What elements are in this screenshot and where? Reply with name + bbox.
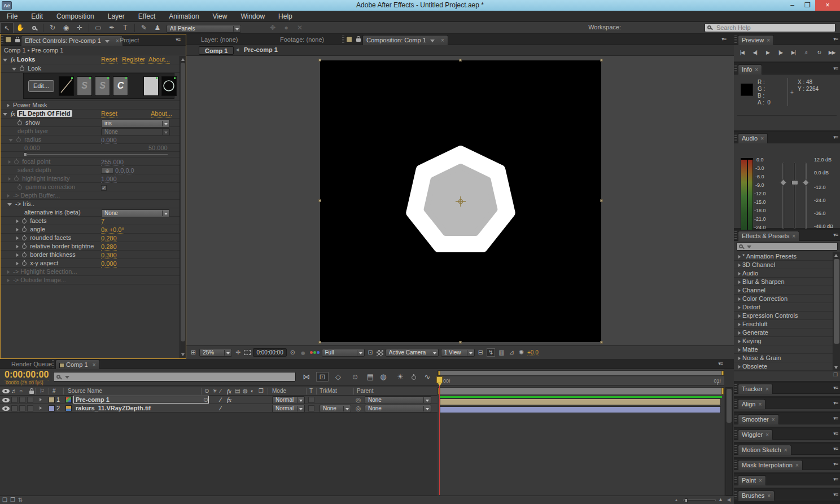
look-thumb-aberration[interactable] <box>161 76 177 96</box>
effects-category[interactable]: 3D Channel <box>734 261 833 269</box>
close-tab-icon[interactable]: × <box>758 401 762 407</box>
panel-menu-icon[interactable]: ▾≡ <box>833 446 838 452</box>
expander-icon[interactable] <box>7 104 10 107</box>
effect-looks-header[interactable]: fx Looks Reset Register About... <box>1 55 186 64</box>
tab-preview[interactable]: Preview× <box>738 35 774 45</box>
zoom-tool[interactable] <box>27 23 41 33</box>
expander-icon[interactable] <box>738 314 741 318</box>
search-help-box[interactable] <box>705 23 835 32</box>
effect-name[interactable]: Looks <box>17 56 35 63</box>
hide-shy-layers-icon[interactable]: ☺ <box>349 372 361 381</box>
world-axis-mode-button[interactable]: ● <box>279 23 293 33</box>
panel-menu-icon[interactable]: ▾≡ <box>833 232 838 238</box>
tab-wiggler[interactable]: Wiggler× <box>738 430 773 440</box>
slider-thumb[interactable] <box>23 152 27 157</box>
looks-reset-link[interactable]: Reset <box>101 55 117 64</box>
parent-dropdown[interactable]: None <box>365 396 431 404</box>
panel-menu-icon[interactable]: ▾≡ <box>833 461 838 467</box>
clone-stamp-tool[interactable]: ♟ <box>151 23 164 33</box>
pen-tool[interactable]: ✒ <box>105 23 119 33</box>
look-thumb-contrast[interactable]: C <box>113 76 128 96</box>
safe-margins-icon[interactable]: ✛ <box>234 349 242 356</box>
layer-row-1[interactable]: 1 Pre-comp 1 ⊙ ∕ fx Normal ◎ None <box>0 396 438 404</box>
menu-composition[interactable]: Composition <box>50 12 101 20</box>
exposure-value[interactable]: +0.0 <box>527 349 539 356</box>
quality-switch[interactable]: ∕ <box>220 404 221 412</box>
last-frame-button[interactable]: ▶| <box>788 47 799 58</box>
expander-icon[interactable] <box>16 262 19 265</box>
expander-icon[interactable] <box>738 306 741 309</box>
play-button[interactable]: ▶ <box>762 47 774 58</box>
focal-point-value[interactable]: 255.000 <box>101 159 124 166</box>
radius-value[interactable]: 0.000 <box>101 137 117 144</box>
magnification-dropdown[interactable]: 25% <box>199 349 232 357</box>
slider-track[interactable] <box>24 154 168 155</box>
timeline-search-box[interactable] <box>53 372 296 382</box>
local-axis-mode-button[interactable]: ✥ <box>266 23 279 33</box>
panel-menu-icon[interactable]: ▾≡ <box>833 400 838 406</box>
next-frame-button[interactable]: |▶ <box>775 47 786 58</box>
current-time-display[interactable]: 0:00:00:00 <box>5 370 49 380</box>
navigator-end-handle[interactable] <box>721 371 724 375</box>
region-of-interest-icon[interactable] <box>244 350 251 355</box>
scrollbar-thumb[interactable] <box>727 389 732 423</box>
stopwatch-icon[interactable] <box>20 67 24 71</box>
stopwatch-icon[interactable] <box>18 121 22 125</box>
expander-icon[interactable] <box>738 264 741 267</box>
panel-menu-icon[interactable]: ▾≡ <box>176 37 180 42</box>
panel-menu-icon[interactable]: ▾≡ <box>833 476 838 482</box>
expander-icon[interactable] <box>7 279 10 282</box>
panel-grip[interactable] <box>1 36 3 44</box>
tab-composition[interactable]: Composition: Comp 1 × <box>362 35 448 45</box>
quality-switch[interactable]: ∕ <box>220 396 221 404</box>
layer-name[interactable]: rakurs_11.VRayZDepth.tif <box>76 404 151 412</box>
tab-align[interactable]: Align× <box>738 399 765 409</box>
master-level-slider[interactable] <box>794 163 795 229</box>
draft-3d-icon[interactable]: ◇ <box>332 372 344 381</box>
effects-category[interactable]: Channel <box>734 286 833 295</box>
search-help-input[interactable] <box>716 24 829 32</box>
collapse-icon[interactable] <box>8 139 13 142</box>
effect-controls-scrollbar[interactable] <box>180 56 186 358</box>
expander-icon[interactable] <box>738 331 741 335</box>
viewer-canvas[interactable] <box>186 56 734 345</box>
menu-window[interactable]: Window <box>234 12 272 20</box>
close-tab-icon[interactable]: × <box>772 417 775 423</box>
first-frame-button[interactable]: |◀ <box>736 47 748 58</box>
expand-layer-switches-icon[interactable]: ❐ <box>10 497 15 503</box>
effects-category[interactable]: * Animation Presets <box>734 252 833 261</box>
source-name-column-label[interactable]: Source Name <box>68 387 102 395</box>
expander-icon[interactable] <box>8 177 11 181</box>
layer-label-chip[interactable] <box>49 405 55 411</box>
panel-grip[interactable] <box>52 360 54 368</box>
tab-dropdown-icon[interactable] <box>105 40 110 43</box>
close-tab-icon[interactable]: × <box>784 447 788 453</box>
viewer-timecode[interactable]: 0:00:00:00 <box>253 348 286 357</box>
select-depth-value[interactable]: 0.0,0.0 <box>115 167 134 174</box>
alt-iris-dropdown[interactable]: None <box>101 209 170 217</box>
panel-grip[interactable] <box>734 36 737 43</box>
scroll-up-icon[interactable] <box>181 58 185 61</box>
panel-grip[interactable] <box>734 445 737 453</box>
work-area-end-handle[interactable] <box>721 388 724 395</box>
layer-label-chip[interactable] <box>49 397 55 403</box>
stopwatch-icon[interactable] <box>22 244 27 249</box>
layer-1-duration-bar[interactable] <box>440 398 721 405</box>
close-button[interactable]: × <box>815 0 840 11</box>
highlight-intensity-value[interactable]: 1.000 <box>101 176 117 183</box>
show-snapshot-icon[interactable]: ☻ <box>299 349 308 356</box>
expander-icon[interactable] <box>16 220 19 223</box>
slider-handle[interactable] <box>791 180 798 185</box>
workspace-dropdown[interactable]: All Panels <box>167 25 241 33</box>
t-column-label[interactable]: T <box>309 387 313 395</box>
panel-grip[interactable] <box>734 415 737 423</box>
zoom-in-icon[interactable]: ▲ <box>718 497 723 502</box>
trkmat-column-label[interactable]: TrkMat <box>320 387 337 395</box>
xy-aspect-value[interactable]: 0.000 <box>101 260 117 268</box>
view-layout-dropdown[interactable]: 1 View <box>441 349 475 357</box>
camera-dropdown[interactable]: Active Camera <box>386 349 439 357</box>
expander-icon[interactable] <box>738 281 741 284</box>
stopwatch-icon[interactable] <box>14 160 19 164</box>
audio-toggle-button[interactable]: ♬ <box>800 47 812 58</box>
current-time-indicator[interactable] <box>436 376 443 383</box>
